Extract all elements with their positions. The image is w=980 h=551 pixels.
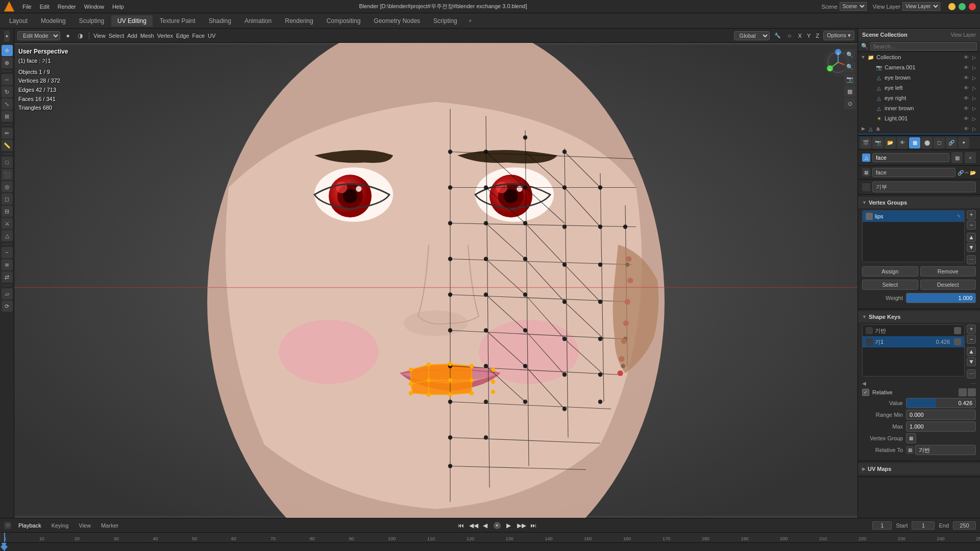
options-button[interactable]: Options ▾	[823, 31, 854, 40]
prop-view-icon[interactable]: 👁	[897, 137, 908, 148]
overlay-icon[interactable]: ◑	[76, 31, 85, 40]
view-menu[interactable]: View	[93, 33, 106, 39]
tl-prev-keyframe-button[interactable]: ◀◀	[469, 522, 477, 529]
select-tool-button[interactable]: ✥	[2, 45, 13, 56]
innerbrown-render-icon[interactable]: ▷	[971, 105, 978, 112]
light-render-icon[interactable]: ▷	[971, 115, 978, 122]
vg-options-button[interactable]: ⋯	[967, 255, 976, 264]
menu-render[interactable]: Render	[54, 4, 80, 10]
sk-item-k1[interactable]: 기1 0.426	[863, 336, 964, 347]
edit-mode-select[interactable]: Edit Mode	[17, 31, 60, 40]
add-menu[interactable]: Add	[127, 33, 137, 39]
value-bar[interactable]: 0.426	[906, 398, 976, 408]
tl-prev-frame-button[interactable]: ◀	[481, 522, 489, 529]
randomize-tool-button[interactable]: ≋	[2, 259, 13, 270]
outliner-search-input[interactable]	[870, 42, 977, 51]
timeline-tab-view[interactable]: View	[76, 521, 94, 530]
view-layer-dropdown[interactable]: View Layer	[873, 4, 900, 10]
prop-object-icon[interactable]: ◻	[934, 137, 945, 148]
sk-options-button[interactable]: ⋯	[967, 369, 976, 379]
timeline-tab-marker[interactable]: Marker	[98, 521, 121, 530]
tab-layout[interactable]: Layout	[3, 15, 34, 27]
plus-icon[interactable]: +	[965, 152, 976, 163]
viewport-display-btn[interactable]: ▦	[844, 86, 855, 97]
innerbrown-vis-icon[interactable]: 👁	[963, 105, 970, 112]
rel-icon-1[interactable]	[959, 388, 967, 396]
spin-tool-button[interactable]: ⟳	[2, 300, 13, 312]
menu-edit[interactable]: Edit	[36, 4, 54, 10]
cursor-tool-button[interactable]: ⊕	[2, 57, 13, 68]
remove-button[interactable]: Remove	[920, 266, 976, 277]
tab-geometry-nodes[interactable]: Geometry Nodes	[368, 15, 426, 27]
camera-vis-icon[interactable]: 👁	[963, 64, 970, 71]
smooth-tool-button[interactable]: ~	[2, 247, 13, 258]
object-name-input[interactable]: face	[872, 153, 949, 162]
tab-rendering[interactable]: Rendering	[279, 15, 319, 27]
a-render-icon[interactable]: ▷	[971, 125, 978, 132]
uv-menu[interactable]: UV	[208, 33, 215, 39]
outliner-item-collection[interactable]: ▼ 📁 Collection 👁 ▷	[858, 52, 980, 62]
viewport-shading-icon[interactable]: ●	[63, 31, 72, 40]
camera-render-icon[interactable]: ▷	[971, 64, 978, 71]
outliner-item-eye-right[interactable]: △ eye right 👁 ▷	[858, 93, 980, 103]
sk-expand-left[interactable]: ◀	[862, 381, 866, 386]
range-min-value[interactable]: 0.000	[906, 410, 976, 420]
unlink-icon[interactable]: ✂	[965, 170, 969, 176]
view-layer-select[interactable]: View Layer	[902, 2, 940, 11]
blender-logo-icon[interactable]	[4, 2, 14, 12]
vg-remove-button[interactable]: −	[967, 220, 976, 230]
outliner-item-a[interactable]: ▶ △ a 👁 ▷	[858, 123, 980, 134]
sk-k1-check[interactable]	[954, 338, 961, 345]
bevel-tool-button[interactable]: ◻	[2, 193, 13, 205]
menu-window[interactable]: Window	[80, 4, 108, 10]
z-constraint[interactable]: Z	[816, 33, 819, 39]
close-button[interactable]	[969, 3, 976, 10]
prop-data-icon[interactable]: ▦	[909, 137, 920, 148]
menu-file[interactable]: File	[18, 4, 36, 10]
add-cube-tool-button[interactable]: □	[2, 157, 13, 168]
eyeright-vis-icon[interactable]: 👁	[963, 94, 970, 102]
sk-down-button[interactable]: ▼	[967, 357, 976, 366]
tl-jump-end-button[interactable]: ⏭	[529, 522, 537, 529]
uv-maps-header[interactable]: ▶ UV Maps	[858, 463, 980, 474]
transform-space-select[interactable]: Global	[734, 31, 770, 40]
measure-tool-button[interactable]: 📏	[2, 140, 13, 151]
y-constraint[interactable]: Y	[807, 33, 811, 39]
assign-button[interactable]: Assign	[862, 266, 918, 277]
eyebrown-render-icon[interactable]: ▷	[971, 74, 978, 81]
transform-tool-button[interactable]: ⊞	[2, 111, 13, 122]
scene-select[interactable]: Scene	[840, 2, 867, 11]
loop-cut-tool-button[interactable]: ⊟	[2, 206, 13, 217]
sk-item-base[interactable]: 기반	[863, 325, 964, 336]
viewport-xray-btn[interactable]: ⊙	[844, 98, 855, 109]
select-button[interactable]: Select	[862, 280, 918, 290]
prop-output-icon[interactable]: 📂	[885, 137, 896, 148]
link-icon[interactable]: 🔗	[958, 170, 964, 176]
outliner-item-inner-brown[interactable]: △ inner brown 👁 ▷	[858, 103, 980, 113]
tab-animation[interactable]: Animation	[238, 15, 278, 27]
inset-tool-button[interactable]: ◎	[2, 181, 13, 192]
timeline-tab-playback[interactable]: Playback	[15, 521, 44, 530]
mesh-data-icon[interactable]: ▦	[951, 152, 963, 163]
vg-add-button[interactable]: +	[967, 210, 976, 219]
tab-add-button[interactable]: +	[464, 15, 476, 27]
rotate-tool-button[interactable]: ↻	[2, 86, 13, 97]
face-menu[interactable]: Face	[192, 33, 205, 39]
select-menu[interactable]: Select	[109, 33, 125, 39]
mesh-name-input[interactable]: face	[872, 168, 955, 177]
tab-uv-editing[interactable]: UV Editing	[111, 15, 153, 27]
x-constraint[interactable]: X	[798, 33, 802, 39]
mesh-menu[interactable]: Mesh	[140, 33, 154, 39]
tl-jump-start-button[interactable]: ⏮	[457, 522, 465, 529]
relative-to-icon[interactable]: ▦	[906, 446, 914, 454]
viewport-zoom-in[interactable]: 🔍	[844, 49, 855, 60]
end-frame-input[interactable]	[953, 521, 976, 530]
start-frame-input[interactable]	[912, 521, 935, 530]
submesh-name-input[interactable]: 기부	[872, 182, 976, 192]
shear-tool-button[interactable]: ▱	[2, 288, 13, 299]
outliner-item-camera[interactable]: 📷 Camera.001 👁 ▷	[858, 62, 980, 72]
sk-remove-button[interactable]: −	[967, 335, 976, 344]
viewport-area[interactable]: Edit Mode ● ◑ View Select Add Mesh Verte…	[14, 29, 857, 518]
vg-name-edit-icon[interactable]: ✎	[957, 214, 961, 219]
relative-to-value[interactable]: 기반	[915, 445, 976, 455]
